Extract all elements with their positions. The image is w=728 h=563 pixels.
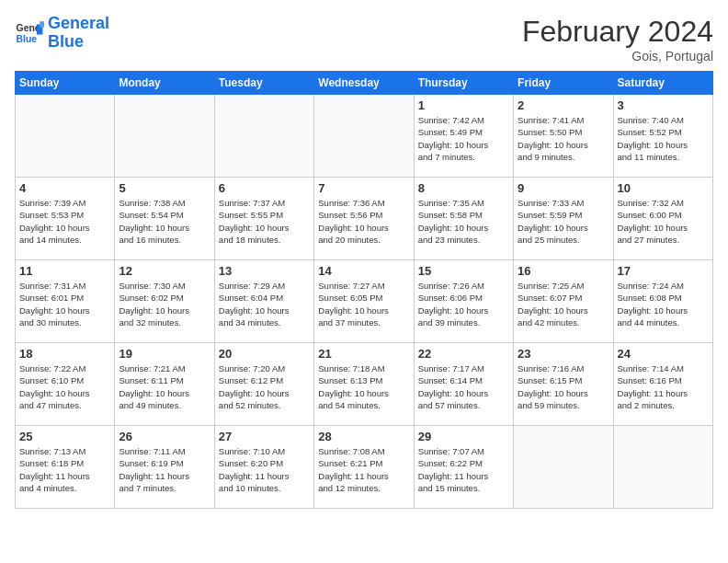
day-number: 25	[19, 430, 110, 443]
week-row-3: 11Sunrise: 7:31 AM Sunset: 6:01 PM Dayli…	[16, 260, 713, 343]
week-row-4: 18Sunrise: 7:22 AM Sunset: 6:10 PM Dayli…	[16, 343, 713, 426]
day-info: Sunrise: 7:21 AM Sunset: 6:11 PM Dayligh…	[119, 362, 210, 411]
logo: General Blue General Blue	[15, 15, 109, 52]
day-info: Sunrise: 7:29 AM Sunset: 6:04 PM Dayligh…	[219, 280, 310, 328]
day-info: Sunrise: 7:10 AM Sunset: 6:20 PM Dayligh…	[219, 445, 310, 494]
day-info: Sunrise: 7:30 AM Sunset: 6:02 PM Dayligh…	[119, 280, 210, 328]
day-number: 8	[418, 181, 509, 195]
calendar-cell: 24Sunrise: 7:14 AM Sunset: 6:16 PM Dayli…	[613, 343, 712, 426]
day-number: 4	[19, 181, 110, 195]
calendar-cell: 21Sunrise: 7:18 AM Sunset: 6:13 PM Dayli…	[314, 343, 414, 426]
day-number: 2	[518, 98, 609, 112]
logo-icon: General Blue	[15, 18, 44, 48]
calendar-cell	[314, 95, 414, 178]
calendar-cell: 5Sunrise: 7:38 AM Sunset: 5:54 PM Daylig…	[115, 178, 214, 260]
day-number: 29	[418, 430, 509, 443]
calendar-cell: 6Sunrise: 7:37 AM Sunset: 5:55 PM Daylig…	[214, 178, 313, 260]
day-number: 3	[618, 98, 709, 112]
day-number: 16	[518, 264, 609, 278]
day-info: Sunrise: 7:35 AM Sunset: 5:58 PM Dayligh…	[418, 197, 509, 246]
calendar-cell: 27Sunrise: 7:10 AM Sunset: 6:20 PM Dayli…	[214, 426, 313, 509]
day-number: 7	[318, 181, 409, 195]
day-info: Sunrise: 7:11 AM Sunset: 6:19 PM Dayligh…	[119, 445, 210, 494]
calendar-cell: 4Sunrise: 7:39 AM Sunset: 5:53 PM Daylig…	[16, 178, 115, 260]
day-number: 17	[618, 264, 709, 278]
calendar-cell	[613, 426, 712, 509]
day-number: 18	[19, 347, 110, 361]
day-number: 1	[418, 98, 509, 112]
day-info: Sunrise: 7:07 AM Sunset: 6:22 PM Dayligh…	[418, 445, 509, 494]
weekday-header-sunday: Sunday	[16, 72, 115, 95]
calendar-cell: 20Sunrise: 7:20 AM Sunset: 6:12 PM Dayli…	[214, 343, 313, 426]
day-number: 6	[219, 181, 310, 195]
calendar-cell: 22Sunrise: 7:17 AM Sunset: 6:14 PM Dayli…	[414, 343, 513, 426]
logo-line2: Blue	[48, 32, 84, 51]
day-number: 13	[219, 264, 310, 278]
day-number: 5	[119, 181, 210, 195]
day-number: 9	[518, 181, 609, 195]
day-info: Sunrise: 7:22 AM Sunset: 6:10 PM Dayligh…	[19, 362, 110, 411]
day-info: Sunrise: 7:26 AM Sunset: 6:06 PM Dayligh…	[418, 280, 509, 328]
day-info: Sunrise: 7:16 AM Sunset: 6:15 PM Dayligh…	[518, 362, 609, 411]
day-info: Sunrise: 7:33 AM Sunset: 5:59 PM Dayligh…	[518, 197, 609, 246]
day-info: Sunrise: 7:18 AM Sunset: 6:13 PM Dayligh…	[318, 362, 409, 411]
day-number: 24	[618, 347, 709, 361]
calendar-cell: 1Sunrise: 7:42 AM Sunset: 5:49 PM Daylig…	[414, 95, 513, 178]
day-info: Sunrise: 7:39 AM Sunset: 5:53 PM Dayligh…	[19, 197, 110, 246]
day-number: 14	[318, 264, 409, 278]
calendar-cell: 15Sunrise: 7:26 AM Sunset: 6:06 PM Dayli…	[414, 260, 513, 343]
day-number: 12	[119, 264, 210, 278]
weekday-header-saturday: Saturday	[613, 72, 712, 95]
weekday-header-monday: Monday	[115, 72, 214, 95]
calendar-cell: 12Sunrise: 7:30 AM Sunset: 6:02 PM Dayli…	[115, 260, 214, 343]
calendar-cell: 9Sunrise: 7:33 AM Sunset: 5:59 PM Daylig…	[514, 178, 613, 260]
day-number: 23	[518, 347, 609, 361]
day-info: Sunrise: 7:38 AM Sunset: 5:54 PM Dayligh…	[119, 197, 210, 246]
weekday-header-wednesday: Wednesday	[314, 72, 414, 95]
weekday-header-thursday: Thursday	[414, 72, 513, 95]
month-title: February 2024	[522, 15, 713, 49]
calendar-cell: 8Sunrise: 7:35 AM Sunset: 5:58 PM Daylig…	[414, 178, 513, 260]
calendar-cell: 26Sunrise: 7:11 AM Sunset: 6:19 PM Dayli…	[115, 426, 214, 509]
day-info: Sunrise: 7:08 AM Sunset: 6:21 PM Dayligh…	[318, 445, 409, 494]
week-row-1: 1Sunrise: 7:42 AM Sunset: 5:49 PM Daylig…	[16, 95, 713, 178]
calendar-cell: 2Sunrise: 7:41 AM Sunset: 5:50 PM Daylig…	[514, 95, 613, 178]
week-row-5: 25Sunrise: 7:13 AM Sunset: 6:18 PM Dayli…	[16, 426, 713, 509]
day-number: 22	[418, 347, 509, 361]
day-number: 10	[618, 181, 709, 195]
day-info: Sunrise: 7:32 AM Sunset: 6:00 PM Dayligh…	[618, 197, 709, 246]
day-number: 19	[119, 347, 210, 361]
weekday-header-tuesday: Tuesday	[214, 72, 313, 95]
calendar-cell: 19Sunrise: 7:21 AM Sunset: 6:11 PM Dayli…	[115, 343, 214, 426]
calendar-cell: 13Sunrise: 7:29 AM Sunset: 6:04 PM Dayli…	[214, 260, 313, 343]
calendar-cell: 23Sunrise: 7:16 AM Sunset: 6:15 PM Dayli…	[514, 343, 613, 426]
location: Gois, Portugal	[522, 49, 713, 63]
day-info: Sunrise: 7:14 AM Sunset: 6:16 PM Dayligh…	[618, 362, 709, 411]
weekday-header-row: SundayMondayTuesdayWednesdayThursdayFrid…	[16, 72, 713, 95]
calendar-table: SundayMondayTuesdayWednesdayThursdayFrid…	[15, 71, 713, 509]
day-info: Sunrise: 7:37 AM Sunset: 5:55 PM Dayligh…	[219, 197, 310, 246]
calendar-cell	[16, 95, 115, 178]
logo-line1: General	[48, 14, 109, 32]
calendar-cell: 7Sunrise: 7:36 AM Sunset: 5:56 PM Daylig…	[314, 178, 414, 260]
svg-text:Blue: Blue	[17, 33, 38, 43]
logo-text: General Blue	[48, 15, 109, 52]
day-number: 11	[19, 264, 110, 278]
calendar-cell: 28Sunrise: 7:08 AM Sunset: 6:21 PM Dayli…	[314, 426, 414, 509]
day-number: 21	[318, 347, 409, 361]
day-info: Sunrise: 7:20 AM Sunset: 6:12 PM Dayligh…	[219, 362, 310, 411]
day-info: Sunrise: 7:24 AM Sunset: 6:08 PM Dayligh…	[618, 280, 709, 328]
calendar-cell: 18Sunrise: 7:22 AM Sunset: 6:10 PM Dayli…	[16, 343, 115, 426]
calendar-cell: 25Sunrise: 7:13 AM Sunset: 6:18 PM Dayli…	[16, 426, 115, 509]
day-info: Sunrise: 7:40 AM Sunset: 5:52 PM Dayligh…	[618, 114, 709, 163]
calendar-cell: 29Sunrise: 7:07 AM Sunset: 6:22 PM Dayli…	[414, 426, 513, 509]
calendar-cell: 11Sunrise: 7:31 AM Sunset: 6:01 PM Dayli…	[16, 260, 115, 343]
week-row-2: 4Sunrise: 7:39 AM Sunset: 5:53 PM Daylig…	[16, 178, 713, 260]
day-info: Sunrise: 7:42 AM Sunset: 5:49 PM Dayligh…	[418, 114, 509, 163]
day-info: Sunrise: 7:17 AM Sunset: 6:14 PM Dayligh…	[418, 362, 509, 411]
day-number: 27	[219, 430, 310, 443]
day-info: Sunrise: 7:41 AM Sunset: 5:50 PM Dayligh…	[518, 114, 609, 163]
day-number: 28	[318, 430, 409, 443]
svg-marker-3	[40, 21, 44, 27]
day-number: 26	[119, 430, 210, 443]
